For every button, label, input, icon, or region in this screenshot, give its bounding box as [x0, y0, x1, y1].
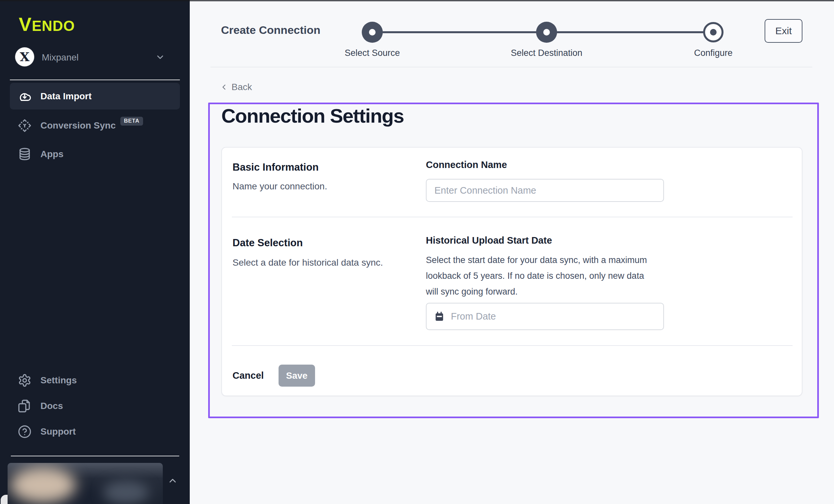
connection-name-input[interactable] [426, 179, 664, 202]
chevron-up-icon[interactable] [168, 475, 178, 485]
back-label: Back [232, 82, 252, 92]
sidebar-item-data-import[interactable]: Data Import [10, 83, 180, 109]
sidebar-item-docs[interactable]: Docs [10, 393, 180, 419]
vendo-logo: VENDO [19, 15, 75, 36]
sidebar-item-label: Docs [41, 401, 63, 411]
docs-icon [18, 399, 31, 413]
header-divider [211, 67, 812, 67]
date-selection-heading: Date Selection [233, 237, 303, 249]
basic-information-heading: Basic Information [233, 161, 319, 173]
chevron-left-icon [220, 83, 228, 91]
sidebar-divider-top [10, 80, 180, 80]
stepper-connector [382, 31, 537, 33]
blur-blob [103, 481, 149, 504]
sidebar-item-label: Data Import [41, 91, 92, 102]
step-marker-select-source [362, 22, 383, 43]
workspace-name: Mixpanel [42, 52, 79, 63]
move-arrows-icon [18, 119, 31, 132]
sidebar-item-support[interactable]: Support [10, 418, 180, 445]
connection-settings-card: Basic Information Name your connection. … [221, 147, 803, 396]
sidebar-item-label: Conversion Sync [41, 120, 116, 131]
page-title: Create Connection [221, 24, 320, 37]
cancel-button[interactable]: Cancel [233, 369, 264, 382]
historical-upload-help-text: Select the start date for your data sync… [426, 252, 656, 300]
exit-button[interactable]: Exit [765, 19, 803, 43]
from-date-input[interactable]: From Date [426, 303, 664, 330]
save-button[interactable]: Save [279, 365, 315, 387]
step-marker-configure [703, 22, 724, 42]
connection-name-label: Connection Name [426, 159, 507, 170]
database-icon [18, 147, 31, 161]
workspace-switcher[interactable]: X Mixpanel [10, 46, 180, 68]
card-divider [232, 345, 793, 346]
window-edge-strip-left [0, 0, 190, 1]
calendar-icon [434, 311, 445, 322]
user-account-card-blurred[interactable] [7, 463, 163, 504]
step-marker-select-destination [536, 22, 557, 43]
section-title: Connection Settings [221, 105, 404, 127]
window-edge-strip-main [190, 0, 834, 1]
historical-upload-label: Historical Upload Start Date [426, 235, 552, 246]
sidebar-item-label: Support [41, 426, 75, 437]
sidebar-item-label: Settings [41, 375, 76, 386]
back-link[interactable]: Back [220, 81, 252, 93]
chevron-down-icon [155, 52, 165, 62]
sidebar-item-apps[interactable]: Apps [10, 141, 180, 167]
blurred-avatar [10, 467, 76, 503]
card-divider [232, 217, 793, 217]
mixpanel-avatar: X [15, 47, 34, 66]
from-date-placeholder: From Date [451, 311, 496, 322]
sidebar-item-settings[interactable]: Settings [10, 367, 180, 394]
stepper-connector [556, 31, 704, 33]
sidebar: VENDO X Mixpanel Data Import Co [0, 0, 190, 504]
basic-information-description: Name your connection. [233, 181, 327, 192]
beta-badge: BETA [120, 117, 143, 126]
step-label: Select Source [313, 48, 432, 58]
cloud-download-icon [18, 89, 31, 103]
gear-icon [18, 373, 31, 387]
sidebar-item-conversion-sync[interactable]: Conversion Sync BETA [10, 112, 180, 139]
step-label: Select Destination [487, 48, 606, 58]
help-icon [18, 425, 31, 439]
sidebar-divider-bottom [11, 456, 179, 456]
sidebar-item-label: Apps [41, 149, 64, 159]
date-selection-description: Select a date for historical data sync. [233, 258, 383, 268]
mixpanel-x-icon: X [20, 51, 29, 63]
step-label: Configure [654, 48, 772, 58]
